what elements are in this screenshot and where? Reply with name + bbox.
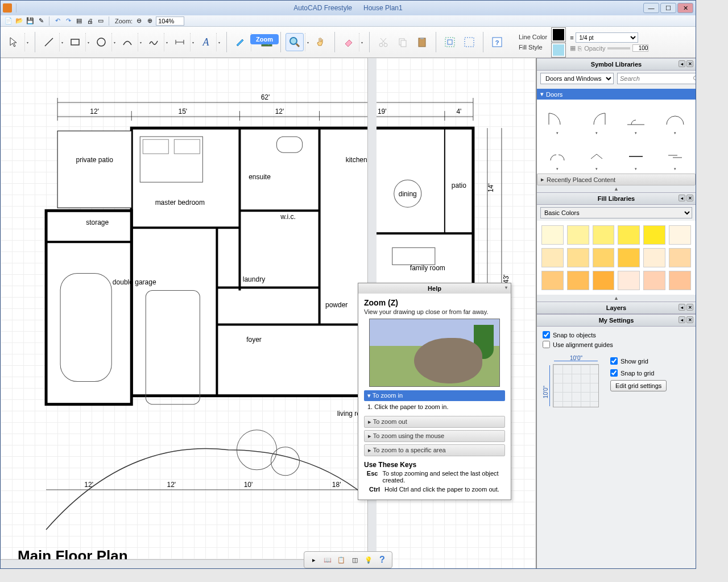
freehand-tool[interactable] (144, 33, 163, 51)
arc-tool[interactable] (118, 33, 136, 51)
edit-icon[interactable]: ✎ (36, 16, 46, 26)
color-swatch[interactable] (643, 225, 665, 245)
svg-text:powder: powder (325, 301, 348, 309)
color-swatch[interactable] (593, 271, 615, 290)
new-icon[interactable]: 📄 (4, 16, 13, 26)
color-swatch[interactable] (567, 248, 589, 267)
help-step-zoom-in[interactable]: ▾ To zoom in (364, 390, 505, 401)
alignment-guides-checkbox[interactable]: Use alignment guides (543, 340, 690, 349)
door-symbol[interactable]: ▾ (619, 104, 653, 135)
highlighter-tool[interactable] (231, 33, 250, 51)
color-swatch[interactable] (643, 271, 665, 290)
copy-style-icon[interactable]: ⎘ (578, 45, 582, 52)
snap-grid-checkbox[interactable]: Snap to grid (610, 368, 667, 378)
svg-text:15': 15' (179, 108, 188, 115)
eraser-tool[interactable] (340, 33, 358, 51)
select-similar-tool[interactable] (441, 33, 459, 51)
svg-rect-43 (46, 210, 131, 404)
close-button[interactable]: ✕ (677, 3, 693, 13)
bulb-icon[interactable]: 💡 (362, 554, 375, 566)
line-color-swatch[interactable] (552, 28, 565, 42)
print-icon[interactable]: 🖨 (85, 16, 94, 26)
help-panel-title[interactable]: Help (358, 283, 511, 294)
door-symbol[interactable]: ▾ (540, 104, 575, 135)
snap-objects-checkbox[interactable]: Snap to objects (543, 330, 690, 340)
fill-category-select[interactable]: Basic Colors (540, 207, 692, 218)
recent-content-accordion[interactable]: ▸ Recently Placed Content (537, 174, 696, 185)
play-icon[interactable]: ▸ (308, 554, 320, 566)
symbol-libraries-header[interactable]: Symbol Libraries◂✕ (537, 58, 696, 71)
color-swatch[interactable] (593, 248, 615, 267)
help-tool[interactable]: ? (488, 33, 506, 51)
opacity-slider[interactable] (607, 47, 630, 49)
maximize-button[interactable]: ☐ (660, 3, 676, 13)
edit-grid-button[interactable]: Edit grid settings (610, 380, 667, 391)
color-swatch[interactable] (567, 225, 589, 245)
color-swatch[interactable] (541, 271, 564, 290)
svg-rect-17 (420, 38, 424, 39)
door-symbol[interactable]: ▾ (657, 140, 692, 171)
layout-icon[interactable]: ▤ (75, 16, 84, 26)
zoom-out-icon[interactable]: ⊖ (134, 16, 143, 26)
symbol-search-input[interactable] (617, 73, 696, 84)
color-swatch[interactable] (541, 225, 564, 245)
my-settings-header[interactable]: My Settings◂✕ (537, 314, 696, 327)
select-tool[interactable] (5, 33, 23, 51)
zoom-value-input[interactable] (156, 16, 184, 26)
zoom-tool[interactable] (286, 33, 304, 51)
save-icon[interactable]: 💾 (26, 16, 35, 26)
layers-header[interactable]: Layers◂✕ (537, 302, 696, 314)
doors-accordion[interactable]: ▾ Doors (537, 89, 696, 100)
undo-icon[interactable]: ↶ (53, 16, 62, 26)
fill-libraries-header[interactable]: Fill Libraries◂✕ (537, 192, 696, 205)
color-swatch[interactable] (669, 271, 691, 290)
question-icon[interactable]: ? (376, 554, 388, 566)
door-symbol[interactable]: ▾ (540, 140, 575, 171)
zoom-in-icon[interactable]: ⊕ (145, 16, 154, 26)
book-icon[interactable]: 📖 (321, 554, 334, 566)
clipboard-icon[interactable]: 📋 (335, 554, 348, 566)
door-symbol[interactable]: ▾ (580, 104, 614, 135)
blocks-icon[interactable]: ◫ (349, 554, 361, 566)
opacity-input[interactable] (632, 44, 648, 52)
color-swatch[interactable] (618, 271, 640, 290)
door-symbol[interactable]: ▾ (619, 140, 653, 171)
fill-color-swatch[interactable] (552, 43, 565, 57)
color-swatch[interactable] (618, 225, 640, 245)
help-step-zoom-out[interactable]: ▸ To zoom out (364, 416, 505, 428)
door-symbol[interactable]: ▾ (657, 104, 692, 135)
circle-tool[interactable] (92, 33, 110, 51)
paste-tool[interactable] (413, 33, 431, 51)
page-icon[interactable]: ▭ (96, 16, 105, 26)
minimize-button[interactable]: — (643, 3, 659, 13)
show-grid-checkbox[interactable]: Show grid (610, 356, 667, 366)
color-swatch[interactable] (643, 248, 665, 267)
help-step-zoom-area[interactable]: ▸ To zoom to a specific area (364, 444, 505, 456)
color-swatch[interactable] (669, 248, 691, 267)
cut-tool[interactable] (374, 33, 392, 51)
line-tool[interactable] (40, 33, 58, 51)
fill-pattern-icon[interactable]: ▦ (570, 44, 576, 52)
panel-collapse-up[interactable]: ▲ (537, 185, 696, 192)
line-style-icon[interactable]: ≡ (570, 34, 573, 41)
color-swatch[interactable] (541, 248, 564, 267)
rectangle-tool[interactable] (66, 33, 84, 51)
line-weight-select[interactable]: 1/4 pt (576, 32, 638, 43)
help-step-zoom-mouse[interactable]: ▸ To zoom using the mouse (364, 430, 505, 442)
svg-rect-16 (419, 38, 425, 47)
copy-tool[interactable] (394, 33, 412, 51)
select-all-tool[interactable] (460, 33, 478, 51)
color-swatch[interactable] (618, 248, 640, 267)
color-swatch[interactable] (567, 271, 589, 290)
pan-tool[interactable] (312, 33, 330, 51)
text-tool[interactable]: A (197, 33, 215, 51)
dimension-tool[interactable] (171, 33, 189, 51)
fill-style-label: Fill Style (519, 44, 543, 51)
symbol-category-select[interactable]: Doors and Windows (540, 73, 614, 84)
open-icon[interactable]: 📂 (15, 16, 24, 26)
panel-collapse-up[interactable]: ▲ (537, 295, 696, 302)
redo-icon[interactable]: ↷ (64, 16, 73, 26)
color-swatch[interactable] (669, 225, 691, 245)
color-swatch[interactable] (593, 225, 615, 245)
door-symbol[interactable]: ▾ (580, 140, 614, 171)
